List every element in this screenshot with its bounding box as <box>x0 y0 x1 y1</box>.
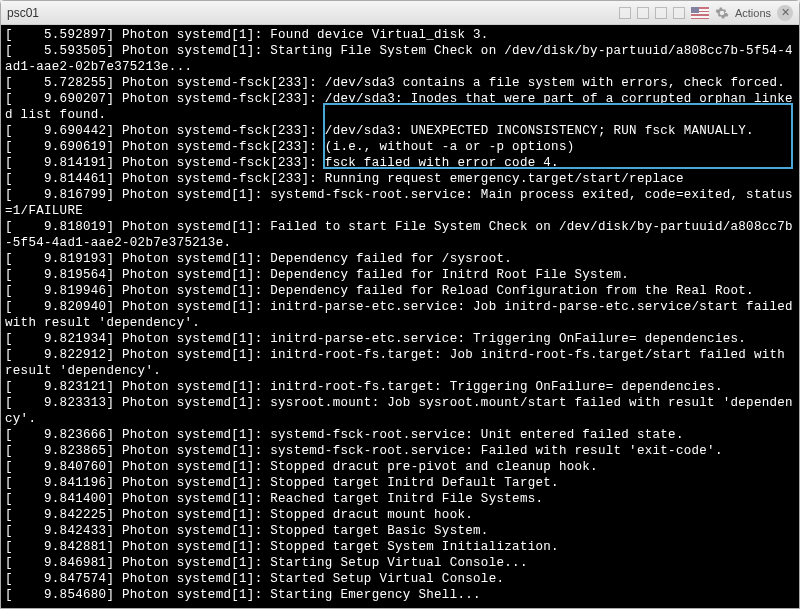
log-line: [ 9.846981] Photon systemd[1]: Starting … <box>5 555 795 571</box>
window-icon-3[interactable] <box>655 7 667 19</box>
log-line: [ 9.854680] Photon systemd[1]: Starting … <box>5 587 795 603</box>
console-window: psc01 Actions ✕ [ 5.592897] Photon syste… <box>0 0 800 609</box>
window-icon-2[interactable] <box>637 7 649 19</box>
flag-icon[interactable] <box>691 7 709 19</box>
log-line: [ 5.592897] Photon systemd[1]: Found dev… <box>5 27 795 43</box>
log-line: [ 9.822912] Photon systemd[1]: initrd-ro… <box>5 347 795 379</box>
console-output[interactable]: [ 5.592897] Photon systemd[1]: Found dev… <box>1 25 799 608</box>
log-line: [ 9.819564] Photon systemd[1]: Dependenc… <box>5 267 795 283</box>
log-line: [ 9.820940] Photon systemd[1]: initrd-pa… <box>5 299 795 331</box>
log-line: [ 9.823865] Photon systemd[1]: systemd-f… <box>5 443 795 459</box>
log-line: [ 9.841196] Photon systemd[1]: Stopped t… <box>5 475 795 491</box>
log-line: [ 9.821934] Photon systemd[1]: initrd-pa… <box>5 331 795 347</box>
log-line: [ 5.728255] Photon systemd-fsck[233]: /d… <box>5 75 795 91</box>
log-line: [ 9.690207] Photon systemd-fsck[233]: /d… <box>5 91 795 123</box>
close-icon[interactable]: ✕ <box>777 5 793 21</box>
toolbar-icons: Actions ✕ <box>619 5 793 21</box>
log-line: [ 5.593505] Photon systemd[1]: Starting … <box>5 43 795 75</box>
log-line: [ 9.823121] Photon systemd[1]: initrd-ro… <box>5 379 795 395</box>
log-line: [ 9.842433] Photon systemd[1]: Stopped t… <box>5 523 795 539</box>
log-line: [ 9.819193] Photon systemd[1]: Dependenc… <box>5 251 795 267</box>
log-line: [ 9.819946] Photon systemd[1]: Dependenc… <box>5 283 795 299</box>
log-line: [ 9.823313] Photon systemd[1]: sysroot.m… <box>5 395 795 427</box>
log-line: [ 9.814461] Photon systemd-fsck[233]: Ru… <box>5 171 795 187</box>
window-icon-4[interactable] <box>673 7 685 19</box>
window-icon-1[interactable] <box>619 7 631 19</box>
window-title: psc01 <box>7 6 619 20</box>
log-line: [ 9.814191] Photon systemd-fsck[233]: fs… <box>5 155 795 171</box>
log-line: [ 9.841400] Photon systemd[1]: Reached t… <box>5 491 795 507</box>
gear-icon[interactable] <box>715 6 729 20</box>
log-line: [ 9.690442] Photon systemd-fsck[233]: /d… <box>5 123 795 139</box>
log-line: [ 9.847574] Photon systemd[1]: Started S… <box>5 571 795 587</box>
actions-label[interactable]: Actions <box>735 7 771 19</box>
log-line: [ 9.816799] Photon systemd[1]: systemd-f… <box>5 187 795 219</box>
titlebar: psc01 Actions ✕ <box>1 1 799 25</box>
log-line: [ 9.690619] Photon systemd-fsck[233]: (i… <box>5 139 795 155</box>
log-line: [ 9.842225] Photon systemd[1]: Stopped d… <box>5 507 795 523</box>
log-line: [ 9.842881] Photon systemd[1]: Stopped t… <box>5 539 795 555</box>
log-line: [ 9.840760] Photon systemd[1]: Stopped d… <box>5 459 795 475</box>
log-line: [ 9.823666] Photon systemd[1]: systemd-f… <box>5 427 795 443</box>
log-line: [ 9.818019] Photon systemd[1]: Failed to… <box>5 219 795 251</box>
